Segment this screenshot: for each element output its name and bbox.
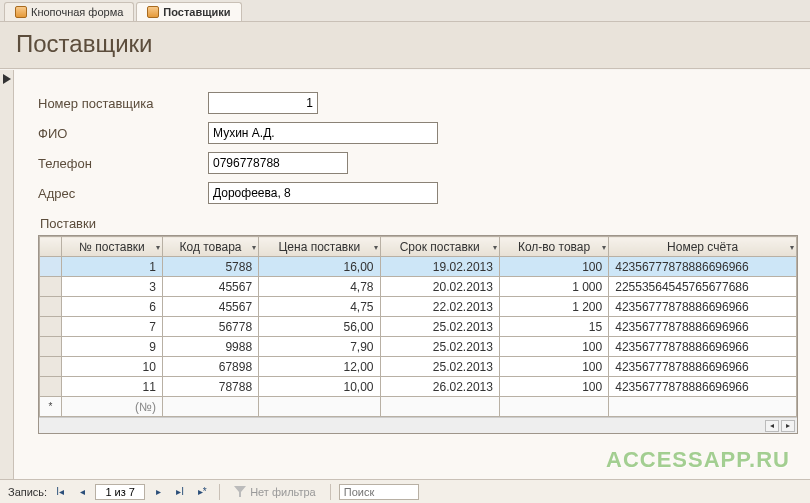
row-selector[interactable] [40,297,62,317]
cell-code[interactable]: 67898 [162,357,258,377]
cell-no[interactable]: 3 [62,277,163,297]
row-selector[interactable] [40,317,62,337]
form-header: Поставщики [0,22,810,69]
table-row[interactable]: 999887,9025.02.2013100423567778788866969… [40,337,797,357]
label-fio: ФИО [38,126,208,141]
table-row[interactable]: 3455674,7820.02.20131 000225535645457656… [40,277,797,297]
tab-suppliers[interactable]: Поставщики [136,2,241,21]
grid-horizontal-scrollbar[interactable]: ◂ ▸ [39,417,797,433]
row-selector[interactable] [40,337,62,357]
cell-qty[interactable]: 100 [499,377,608,397]
nav-new-button[interactable]: ▸* [193,484,211,500]
cell-qty[interactable]: 100 [499,357,608,377]
cell-qty[interactable]: 1 000 [499,277,608,297]
cell-qty[interactable]: 1 200 [499,297,608,317]
cell-no[interactable]: (№) [62,397,163,417]
cell-no[interactable]: 11 [62,377,163,397]
new-row-icon[interactable]: * [40,397,62,417]
row-selector[interactable] [40,357,62,377]
cell-price[interactable]: 10,00 [259,377,380,397]
col-header-price[interactable]: Цена поставки▾ [259,237,380,257]
nav-first-button[interactable]: I◂ [51,484,69,500]
cell-no[interactable]: 9 [62,337,163,357]
table-row[interactable]: 117878810,0026.02.2013100423567778788866… [40,377,797,397]
cell-date[interactable]: 19.02.2013 [380,257,499,277]
cell-no[interactable]: 10 [62,357,163,377]
col-header-date[interactable]: Срок поставки▾ [380,237,499,257]
scroll-right-icon[interactable]: ▸ [781,420,795,432]
dropdown-icon[interactable]: ▾ [252,242,256,251]
row-selector[interactable] [40,257,62,277]
cell-acct[interactable]: 42356777878886696966 [609,297,797,317]
cell-price[interactable]: 4,75 [259,297,380,317]
nav-label: Запись: [8,486,47,498]
filter-indicator[interactable]: Нет фильтра [228,486,322,498]
table-row[interactable]: 75677856,0025.02.20131542356777878886696… [40,317,797,337]
cell-price[interactable]: 4,78 [259,277,380,297]
cell-acct[interactable]: 42356777878886696966 [609,317,797,337]
cell-acct[interactable]: 42356777878886696966 [609,337,797,357]
record-selector[interactable] [0,70,14,479]
cell-qty[interactable]: 15 [499,317,608,337]
cell-code[interactable]: 9988 [162,337,258,357]
cell-acct[interactable]: 22553564545765677686 [609,277,797,297]
cell-date[interactable]: 25.02.2013 [380,337,499,357]
cell-no[interactable]: 7 [62,317,163,337]
select-all-cell[interactable] [40,237,62,257]
cell-code[interactable]: 45567 [162,297,258,317]
cell-code[interactable]: 56778 [162,317,258,337]
search-input[interactable] [339,484,419,500]
input-fio[interactable] [208,122,438,144]
table-new-row[interactable]: *(№) [40,397,797,417]
cell-code[interactable]: 5788 [162,257,258,277]
form-icon [15,6,27,18]
dropdown-icon[interactable]: ▾ [790,242,794,251]
cell-price[interactable]: 7,90 [259,337,380,357]
table-row[interactable]: 6455674,7522.02.20131 200423567778788866… [40,297,797,317]
table-row[interactable]: 106789812,0025.02.2013100423567778788866… [40,357,797,377]
col-header-no[interactable]: № поставки▾ [62,237,163,257]
row-selector[interactable] [40,277,62,297]
cell-date[interactable]: 20.02.2013 [380,277,499,297]
cell-price[interactable]: 56,00 [259,317,380,337]
cell-acct[interactable]: 42356777878886696966 [609,377,797,397]
dropdown-icon[interactable]: ▾ [493,242,497,251]
col-header-acct[interactable]: Номер счёта▾ [609,237,797,257]
col-header-code[interactable]: Код товара▾ [162,237,258,257]
tab-label: Поставщики [163,6,230,18]
dropdown-icon[interactable]: ▾ [156,242,160,251]
label-address: Адрес [38,186,208,201]
dropdown-icon[interactable]: ▾ [602,242,606,251]
cell-no[interactable]: 1 [62,257,163,277]
cell-acct[interactable]: 42356777878886696966 [609,357,797,377]
cell-price[interactable]: 12,00 [259,357,380,377]
dropdown-icon[interactable]: ▾ [374,242,378,251]
cell-qty[interactable]: 100 [499,257,608,277]
scroll-left-icon[interactable]: ◂ [765,420,779,432]
input-address[interactable] [208,182,438,204]
tab-button-form[interactable]: Кнопочная форма [4,2,134,21]
cell-date[interactable]: 25.02.2013 [380,357,499,377]
nav-position-input[interactable] [95,484,145,500]
cell-date[interactable]: 22.02.2013 [380,297,499,317]
deliveries-grid: № поставки▾ Код товара▾ Цена поставки▾ С… [38,235,798,434]
cell-qty[interactable]: 100 [499,337,608,357]
col-header-qty[interactable]: Кол-во товар▾ [499,237,608,257]
input-supplier-id[interactable] [208,92,318,114]
cell-acct[interactable]: 42356777878886696966 [609,257,797,277]
table-row[interactable]: 1578816,0019.02.201310042356777878886696… [40,257,797,277]
cell-no[interactable]: 6 [62,297,163,317]
input-phone[interactable] [208,152,348,174]
cell-date[interactable]: 25.02.2013 [380,317,499,337]
cell-date[interactable]: 26.02.2013 [380,377,499,397]
cell-code[interactable]: 78788 [162,377,258,397]
subform-title: Поставки [40,216,790,231]
nav-last-button[interactable]: ▸I [171,484,189,500]
svg-marker-0 [3,74,11,84]
page-title: Поставщики [16,30,794,58]
nav-prev-button[interactable]: ◂ [73,484,91,500]
nav-next-button[interactable]: ▸ [149,484,167,500]
cell-code[interactable]: 45567 [162,277,258,297]
row-selector[interactable] [40,377,62,397]
cell-price[interactable]: 16,00 [259,257,380,277]
